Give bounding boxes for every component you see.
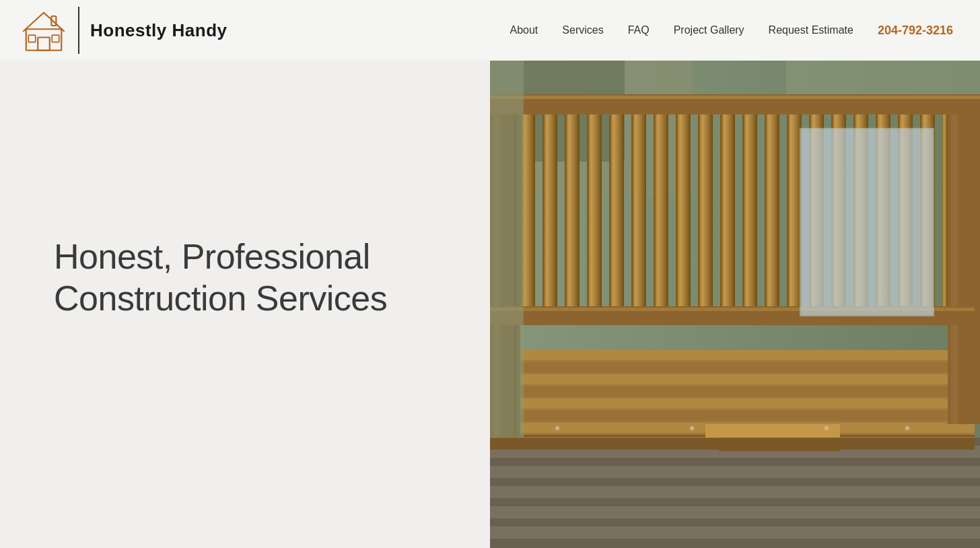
svg-rect-84 xyxy=(786,61,980,94)
nav-project-gallery[interactable]: Project Gallery xyxy=(674,24,744,36)
svg-rect-18 xyxy=(490,518,980,526)
svg-rect-2 xyxy=(28,35,36,42)
svg-rect-15 xyxy=(490,488,980,496)
svg-rect-72 xyxy=(742,114,744,306)
svg-rect-3 xyxy=(52,35,59,42)
svg-rect-74 xyxy=(787,114,789,306)
svg-rect-37 xyxy=(951,114,958,424)
svg-rect-83 xyxy=(490,61,524,438)
svg-rect-66 xyxy=(609,114,611,306)
svg-rect-17 xyxy=(490,508,980,516)
svg-rect-44 xyxy=(565,114,580,306)
svg-rect-26 xyxy=(490,399,975,409)
svg-rect-20 xyxy=(490,539,980,548)
svg-rect-73 xyxy=(765,114,767,306)
svg-point-87 xyxy=(825,426,829,430)
svg-rect-49 xyxy=(676,114,691,306)
house-icon xyxy=(20,7,67,54)
svg-rect-47 xyxy=(631,114,646,306)
svg-rect-27 xyxy=(490,411,975,421)
nav-faq[interactable]: FAQ xyxy=(628,24,650,36)
svg-rect-19 xyxy=(490,528,980,537)
svg-rect-70 xyxy=(698,114,700,306)
svg-rect-82 xyxy=(801,129,933,315)
svg-point-85 xyxy=(555,426,559,430)
svg-rect-61 xyxy=(942,114,948,306)
nav-about[interactable]: About xyxy=(510,24,538,36)
svg-rect-32 xyxy=(719,438,840,451)
svg-rect-50 xyxy=(698,114,713,306)
svg-rect-1 xyxy=(38,38,50,50)
logo-divider xyxy=(78,7,79,54)
svg-rect-25 xyxy=(490,386,975,397)
nav-request-estimate[interactable]: Request Estimate xyxy=(769,24,853,36)
svg-rect-71 xyxy=(720,114,722,306)
svg-rect-63 xyxy=(542,114,545,306)
svg-rect-48 xyxy=(654,114,668,306)
nav-services[interactable]: Services xyxy=(562,24,603,36)
svg-rect-0 xyxy=(26,29,62,50)
svg-point-86 xyxy=(690,426,694,430)
svg-rect-69 xyxy=(676,114,678,306)
hero-text-area: Honest, Professional Construction Servic… xyxy=(0,61,490,548)
svg-rect-67 xyxy=(631,114,633,306)
svg-rect-14 xyxy=(490,478,980,486)
svg-rect-31 xyxy=(705,424,840,438)
svg-rect-54 xyxy=(787,114,802,306)
svg-rect-46 xyxy=(609,114,624,306)
main-nav: About Services FAQ Project Gallery Reque… xyxy=(510,24,954,38)
svg-rect-12 xyxy=(490,458,980,466)
nav-phone[interactable]: 204-792-3216 xyxy=(878,24,953,38)
svg-rect-52 xyxy=(742,114,757,306)
svg-rect-65 xyxy=(587,114,589,306)
svg-rect-64 xyxy=(565,114,567,306)
hero-headline: Honest, Professional Construction Servic… xyxy=(54,236,387,320)
logo-area[interactable]: Honestly Handy xyxy=(20,7,228,54)
hero-section: Honest, Professional Construction Servic… xyxy=(0,0,980,548)
svg-point-88 xyxy=(905,426,909,430)
svg-rect-16 xyxy=(490,498,980,506)
svg-rect-68 xyxy=(654,114,656,306)
deck-illustration xyxy=(490,61,980,548)
header: Honestly Handy About Services FAQ Projec… xyxy=(0,0,980,61)
svg-rect-53 xyxy=(765,114,779,306)
svg-rect-45 xyxy=(587,114,602,306)
logo-text: Honestly Handy xyxy=(90,20,228,41)
hero-image-area xyxy=(490,61,980,548)
svg-rect-22 xyxy=(490,350,975,360)
svg-rect-39 xyxy=(490,96,980,99)
svg-rect-24 xyxy=(490,374,975,384)
svg-rect-13 xyxy=(490,468,980,476)
svg-rect-43 xyxy=(542,114,557,306)
svg-rect-51 xyxy=(720,114,735,306)
deck-image xyxy=(490,61,980,548)
svg-rect-23 xyxy=(490,362,975,372)
